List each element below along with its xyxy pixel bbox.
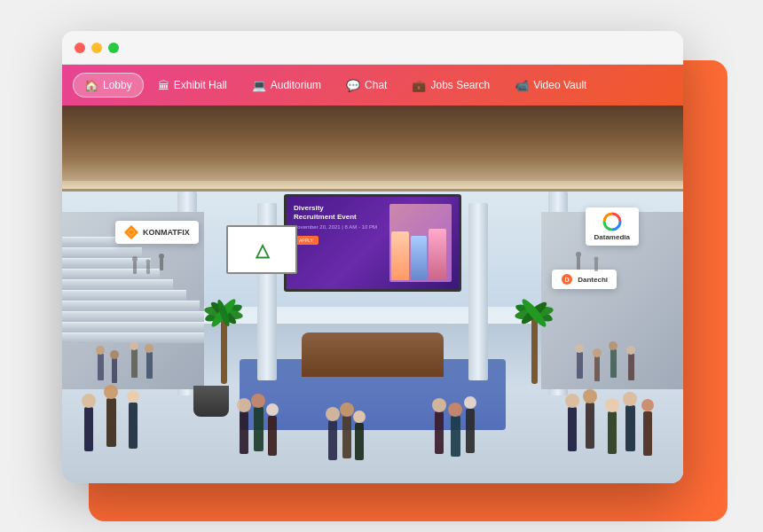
billboard-title: Diversity Recruitment Event [294, 204, 386, 223]
nav-item-lobby[interactable]: 🏠 Lobby [73, 73, 144, 98]
column-right-2 [468, 203, 488, 380]
nav-label-exhibit-hall: Exhibit Hall [174, 79, 227, 91]
brand-dantechi[interactable]: D Dantechi [552, 270, 617, 289]
screen-left: △ [226, 225, 297, 274]
svg-rect-12 [531, 313, 538, 384]
nav-label-auditorium: Auditorium [271, 79, 321, 91]
billboard-apply-button[interactable]: APPLY [294, 236, 319, 245]
nav-label-jobs-search: Jobs Search [430, 79, 490, 91]
browser-chrome [62, 31, 683, 65]
screen-left-logo: △ [256, 239, 269, 261]
nav-label-lobby: Lobby [103, 79, 132, 91]
browser-dot-close[interactable] [75, 43, 85, 53]
venue-ceiling [62, 106, 683, 185]
konmatfix-logo-icon [124, 225, 138, 239]
browser-dot-minimize[interactable] [91, 43, 102, 53]
venue-container: Diversity Recruitment Event November 20,… [62, 106, 683, 483]
browser-window: 🏠 Lobby 🏛 Exhibit Hall 💻 Auditorium 💬 Ch… [62, 31, 683, 483]
datamedia-logo-icon [602, 212, 622, 231]
brand-konmatfix-label: KONMATFIX [143, 228, 190, 237]
browser-dot-fullscreen[interactable] [108, 43, 119, 53]
exhibit-icon: 🏛 [158, 80, 169, 91]
svg-text:D: D [565, 277, 570, 283]
center-billboard: Diversity Recruitment Event November 20,… [284, 194, 461, 292]
nav-label-chat: Chat [365, 79, 387, 91]
jobs-icon: 💼 [412, 80, 426, 91]
nav-item-auditorium[interactable]: 💻 Auditorium [241, 74, 332, 97]
nav-item-chat[interactable]: 💬 Chat [335, 74, 397, 97]
ceiling-support [62, 181, 683, 192]
dantechi-logo-icon: D [561, 273, 573, 286]
palm-pot-left [193, 386, 229, 417]
nav-item-exhibit-hall[interactable]: 🏛 Exhibit Hall [147, 74, 238, 97]
seating-area [302, 332, 444, 377]
palm-left [200, 278, 248, 387]
video-icon: 📹 [515, 80, 529, 91]
brand-datamedia-label: Datamedia [594, 233, 630, 241]
auditorium-icon: 💻 [252, 80, 266, 91]
chat-icon: 💬 [346, 80, 360, 91]
billboard-subtitle: November 20, 2021 | 8 AM - 10 PM [294, 224, 386, 230]
brand-datamedia[interactable]: Datamedia [586, 207, 639, 246]
nav-item-video-vault[interactable]: 📹 Video Vault [504, 74, 597, 97]
palm-right [510, 278, 559, 387]
home-icon: 🏠 [84, 80, 98, 91]
nav-item-jobs-search[interactable]: 💼 Jobs Search [401, 74, 500, 97]
brand-dantechi-label: Dantechi [578, 276, 608, 284]
brand-konmatfix[interactable]: KONMATFIX [115, 221, 199, 244]
navbar: 🏠 Lobby 🏛 Exhibit Hall 💻 Auditorium 💬 Ch… [62, 65, 683, 106]
nav-label-video-vault: Video Vault [533, 79, 586, 91]
